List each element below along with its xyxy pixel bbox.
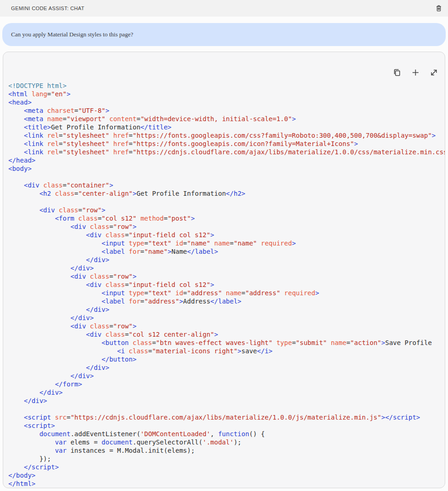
code-line: <div class="row"> — [8, 272, 439, 281]
code-line: </div> — [8, 305, 439, 314]
code-line: var instances = M.Modal.init(elems); — [8, 446, 439, 455]
code-line: <div class="container"> — [8, 181, 439, 189]
code-line: <title>Get Profile Information</title> — [8, 123, 439, 131]
code-line: <label for="address">Address</label> — [8, 297, 439, 305]
insert-code-button[interactable] — [410, 67, 421, 78]
code-line — [8, 198, 439, 206]
code-line: <form class="col s12" method="post"> — [8, 214, 439, 222]
assistant-response-card: <!DOCTYPE html><html lang="en"><head> <m… — [3, 52, 445, 488]
code-line: <link rel="stylesheet" href="https://cdn… — [8, 148, 439, 156]
code-line: <script src="https://cdnjs.cloudflare.co… — [8, 413, 439, 421]
code-line: <input type="text" id="address" name="ad… — [8, 289, 439, 297]
code-line: var elems = document.querySelectorAll('.… — [8, 438, 439, 446]
code-line — [8, 173, 439, 181]
code-line: <link rel="stylesheet" href="https://fon… — [8, 131, 439, 140]
panel-title: GEMINI CODE ASSIST: CHAT — [11, 6, 84, 11]
code-line: <!DOCTYPE html> — [8, 82, 439, 90]
code-line: </button> — [8, 355, 439, 363]
code-line: <html lang="en"> — [8, 90, 439, 98]
panel-header: GEMINI CODE ASSIST: CHAT — [0, 0, 448, 17]
plus-icon — [411, 68, 420, 77]
code-line: <meta charset="UTF-8"> — [8, 106, 439, 115]
code-line: <body> — [8, 164, 439, 173]
code-line: <i class="material-icons right">save</i> — [8, 347, 439, 355]
code-line: <meta name="viewport" content="width=dev… — [8, 115, 439, 123]
code-line: </div> — [8, 314, 439, 322]
code-line: </form> — [8, 380, 439, 388]
code-line: </div> — [8, 264, 439, 272]
code-line: <div class="input-field col s12"> — [8, 231, 439, 239]
code-line: <div class="row"> — [8, 206, 439, 214]
copy-icon — [393, 68, 401, 77]
code-line: }); — [8, 455, 439, 463]
code-line: </html> — [8, 479, 439, 488]
code-line: <link rel="stylesheet" href="https://fon… — [8, 140, 439, 148]
code-toolbar — [8, 67, 439, 78]
code-line: </div> — [8, 256, 439, 264]
code-block: <!DOCTYPE html><html lang="en"><head> <m… — [8, 82, 439, 488]
clear-chat-button[interactable] — [434, 4, 443, 13]
code-line: <h2 class="center-align">Get Profile Inf… — [8, 189, 439, 198]
code-line: </div> — [8, 397, 439, 405]
user-message-text: Can you apply Material Design styles to … — [11, 31, 133, 38]
expand-diagonal-icon — [430, 68, 438, 77]
code-line: <div class="row"> — [8, 322, 439, 330]
code-line: <div class="input-field col s12"> — [8, 281, 439, 289]
code-line: <script> — [8, 421, 439, 430]
code-line: document.addEventListener('DOMContentLoa… — [8, 430, 439, 438]
code-line: </div> — [8, 372, 439, 380]
code-line: </body> — [8, 471, 439, 479]
code-line: <label for="name">Name</label> — [8, 247, 439, 256]
copy-code-button[interactable] — [392, 67, 402, 78]
code-line: <input type="text" id="name" name="name"… — [8, 239, 439, 247]
code-line: </div> — [8, 388, 439, 397]
trash-icon — [435, 5, 442, 12]
code-line: <head> — [8, 98, 439, 106]
expand-code-button[interactable] — [429, 67, 439, 78]
code-line: <div class="row"> — [8, 222, 439, 231]
code-line: </script> — [8, 463, 439, 471]
user-message-bubble: Can you apply Material Design styles to … — [2, 23, 446, 46]
code-line: </head> — [8, 156, 439, 164]
code-line: <button class="btn waves-effect waves-li… — [8, 339, 439, 347]
code-line — [8, 405, 439, 413]
code-line: </div> — [8, 363, 439, 372]
code-line: <div class="col s12 center-align"> — [8, 330, 439, 339]
